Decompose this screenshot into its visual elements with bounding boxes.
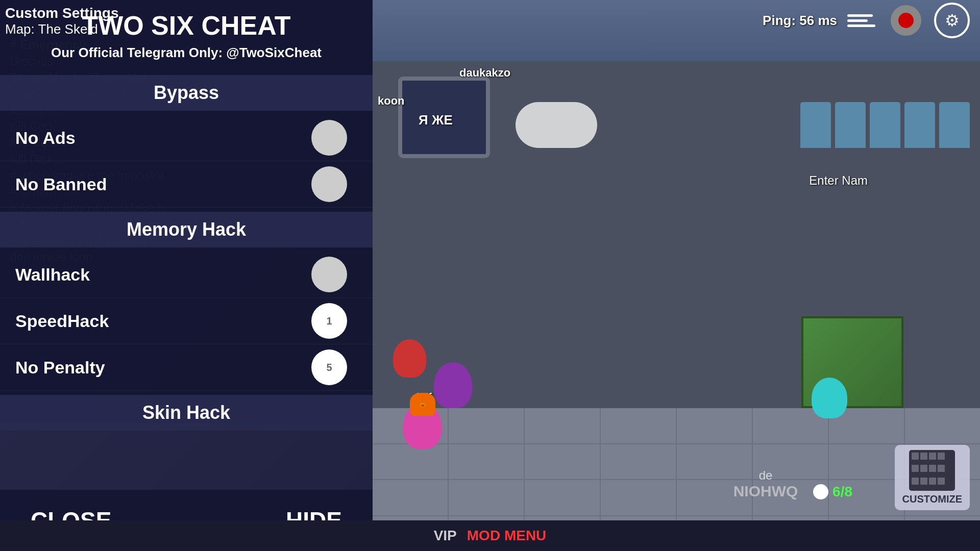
character-red bbox=[393, 339, 426, 378]
wave-line-2 bbox=[847, 19, 868, 22]
toggle-speedhack[interactable]: 1 bbox=[311, 303, 347, 339]
player-count: 6/8 bbox=[813, 484, 852, 500]
wave-line-3 bbox=[847, 24, 875, 27]
toggle-no-banned[interactable] bbox=[311, 166, 347, 202]
enter-name-text: Enter Nam bbox=[809, 173, 868, 188]
toggle-wallhack[interactable] bbox=[311, 257, 347, 292]
custom-settings-map: Map: The Skeid bbox=[5, 21, 118, 37]
chairs-area bbox=[800, 102, 970, 148]
option-speedhack: SpeedHack 1 bbox=[0, 298, 373, 344]
vip-label: VIP bbox=[434, 528, 457, 544]
customize-icon bbox=[909, 450, 955, 491]
option-wallhack: Wallhack bbox=[0, 252, 373, 298]
ping-display: Ping: 56 ms bbox=[763, 13, 837, 29]
game-scene: daukakzo Я ЖЕ koon dhjf 🎃 Enter Nam de N… bbox=[373, 0, 980, 551]
toggle-no-penalty[interactable]: 5 bbox=[311, 349, 347, 385]
cheat-menu: TWO SIX CHEAT Our Official Telegram Only… bbox=[0, 0, 373, 423]
top-hud: Ping: 56 ms ⚙ bbox=[725, 0, 980, 41]
room-mode: de bbox=[759, 468, 773, 483]
wave-line-1 bbox=[847, 14, 873, 17]
settings-button[interactable]: ⚙ bbox=[934, 3, 970, 38]
custom-settings-title: Custom Settings bbox=[5, 5, 118, 21]
customize-button[interactable]: CUSTOMIZE bbox=[895, 445, 970, 510]
customize-label: CUSTOMIZE bbox=[902, 493, 962, 505]
cloud bbox=[516, 102, 597, 148]
option-speedhack-label: SpeedHack bbox=[15, 311, 109, 331]
room-code: NIOHWQ bbox=[733, 483, 798, 500]
speech-bubble: Я ЖЕ bbox=[419, 112, 453, 128]
wave-icon[interactable] bbox=[847, 5, 878, 36]
player-name-koon: koon bbox=[378, 94, 405, 108]
cheat-menu-subtitle: Our Official Telegram Only: @TwoSixCheat bbox=[51, 45, 322, 61]
option-no-ads: No Ads bbox=[0, 115, 373, 161]
record-icon-outer bbox=[891, 5, 921, 36]
custom-settings: Custom Settings Map: The Skeid bbox=[5, 5, 118, 37]
room-code-area: de NIOHWQ bbox=[755, 468, 776, 500]
option-no-ads-label: No Ads bbox=[15, 128, 76, 148]
mod-label: MOD MENU bbox=[467, 528, 547, 544]
record-icon-inner bbox=[898, 13, 914, 28]
player-number: 6/8 bbox=[832, 484, 852, 500]
section-memory-hack: Memory Hack bbox=[0, 212, 373, 247]
record-button[interactable] bbox=[888, 3, 924, 38]
player-icon bbox=[813, 484, 828, 499]
section-skin-hack: Skin Hack bbox=[0, 395, 373, 431]
character-pink: dhjf 🎃 bbox=[403, 391, 442, 449]
option-no-penalty-label: No Penalty bbox=[15, 358, 105, 378]
option-wallhack-label: Wallhack bbox=[15, 265, 90, 285]
player-name-daukakzo: daukakzo bbox=[459, 66, 510, 80]
option-no-banned: No Banned bbox=[0, 161, 373, 208]
section-bypass: Bypass bbox=[0, 75, 373, 111]
option-no-banned-label: No Banned bbox=[15, 174, 107, 194]
option-no-penalty: No Penalty 5 bbox=[0, 344, 373, 391]
toggle-no-ads[interactable] bbox=[311, 120, 347, 156]
bottom-right-hud: CUSTOMIZE bbox=[895, 445, 970, 510]
character-cyan bbox=[812, 378, 847, 418]
vip-bar: VIP MOD MENU bbox=[0, 520, 980, 551]
